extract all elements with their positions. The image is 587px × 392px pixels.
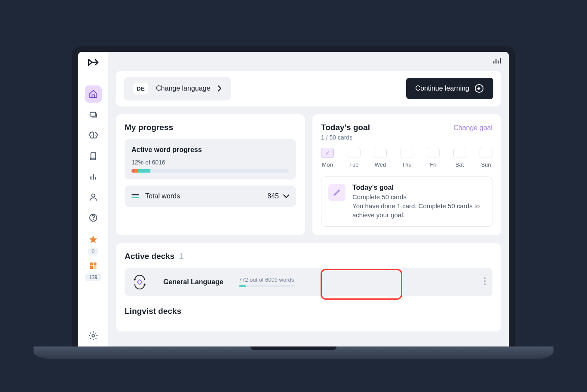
continue-learning-button[interactable]: Continue learning — [406, 78, 493, 99]
goal-header: Today's goal Change goal — [321, 123, 492, 132]
total-words-label: Total words — [145, 192, 180, 200]
nav-brain[interactable] — [85, 127, 102, 144]
day-mon: Mon — [321, 148, 334, 168]
star-count-badge: 0 — [88, 248, 98, 255]
svg-rect-10 — [93, 266, 96, 269]
laptop-frame: 0 139 DE Change language — [72, 46, 515, 346]
progress-segment-orange — [135, 169, 138, 173]
goal-subtitle: 1 / 50 cards — [321, 134, 492, 141]
stats-icon[interactable] — [492, 56, 501, 67]
svg-point-11 — [92, 334, 95, 337]
deck-progress-text: 772 out of 6009 words — [239, 277, 295, 283]
topbar — [108, 52, 509, 71]
svg-point-19 — [484, 283, 486, 285]
active-decks-title: Active decks 1 — [125, 252, 492, 261]
chevron-right-icon — [218, 85, 221, 91]
day-box-thu[interactable] — [401, 148, 413, 158]
deck-row-general[interactable]: General Language 772 out of 6009 words — [125, 268, 492, 296]
progress-card: My progress Active word progress 12% of … — [116, 114, 305, 235]
day-box-sat[interactable] — [453, 148, 466, 158]
active-progress-bar — [131, 169, 289, 173]
day-sun: Sun — [480, 148, 492, 168]
logo[interactable] — [88, 58, 99, 68]
deck-progress-bar — [239, 285, 295, 287]
stack-icon — [131, 194, 139, 198]
nav-help[interactable] — [85, 209, 102, 226]
progress-segment-red — [131, 169, 135, 173]
svg-point-17 — [484, 277, 486, 279]
deck-menu-icon[interactable] — [484, 277, 486, 287]
nav-cards[interactable] — [85, 106, 102, 123]
goal-card: Today's goal Change goal 1 / 50 cards Mo… — [312, 114, 501, 235]
day-wed: Wed — [374, 148, 387, 168]
language-selector[interactable]: DE Change language — [124, 77, 231, 100]
active-progress-title: Active word progress — [131, 146, 289, 154]
week-row: Mon Tue Wed Thu Fri Sat Sun — [321, 148, 492, 168]
pencil-icon — [325, 151, 330, 155]
header-card: DE Change language Continue learning — [116, 71, 501, 106]
svg-rect-0 — [90, 112, 95, 116]
nav-home[interactable] — [85, 85, 102, 103]
day-box-mon[interactable] — [321, 148, 334, 158]
day-box-wed[interactable] — [374, 148, 387, 158]
continue-button-label: Continue learning — [416, 85, 469, 92]
day-thu: Thu — [401, 148, 413, 168]
svg-point-18 — [484, 280, 486, 282]
grid-icon[interactable] — [89, 261, 98, 272]
active-word-progress-box: Active word progress 12% of 6016 — [125, 139, 296, 179]
day-box-sun[interactable] — [480, 148, 492, 158]
active-decks-card: Active decks 1 General Language — [116, 243, 501, 331]
app-screen: 0 139 DE Change language — [78, 52, 509, 346]
active-progress-subtitle: 12% of 6016 — [131, 159, 289, 166]
day-box-fri[interactable] — [427, 148, 440, 158]
deck-name: General Language — [163, 278, 223, 286]
nav-stats[interactable] — [85, 168, 102, 185]
progress-title: My progress — [125, 123, 296, 132]
star-icon[interactable] — [89, 235, 98, 246]
day-tue: Tue — [348, 148, 361, 168]
goal-pencil-icon — [328, 184, 345, 201]
svg-point-4 — [92, 194, 95, 197]
svg-rect-7 — [90, 262, 93, 265]
content-area: DE Change language Continue learning My … — [108, 71, 509, 339]
goal-detail-body: You have done 1 card. Complete 50 cards … — [352, 201, 485, 219]
goal-detail-title: Today's goal — [352, 184, 485, 191]
svg-point-6 — [93, 219, 93, 220]
arrow-circle-icon — [474, 84, 484, 93]
two-column-row: My progress Active word progress 12% of … — [116, 114, 501, 235]
svg-rect-9 — [90, 266, 93, 269]
active-decks-count: 1 — [179, 252, 183, 261]
deck-progress-area: 772 out of 6009 words — [239, 277, 295, 287]
lingvist-decks-title: Lingvist decks — [125, 307, 492, 316]
nav-book[interactable] — [85, 147, 102, 164]
sidebar-stats: 0 139 — [85, 235, 101, 287]
day-fri: Fri — [427, 148, 440, 168]
change-language-label: Change language — [156, 85, 210, 92]
nav-settings[interactable] — [89, 327, 98, 346]
goal-detail-box: Today's goal Complete 50 cards You have … — [321, 176, 492, 227]
day-sat: Sat — [453, 148, 466, 168]
total-words-value: 845 — [267, 192, 279, 200]
goal-title: Today's goal — [321, 123, 370, 132]
goal-detail-subtitle: Complete 50 cards — [352, 193, 485, 201]
main-content: DE Change language Continue learning My … — [108, 52, 509, 346]
nav-profile[interactable] — [85, 188, 102, 206]
svg-rect-8 — [93, 262, 96, 265]
laptop-notch — [251, 346, 336, 350]
chevron-down-icon — [283, 194, 289, 198]
sidebar: 0 139 — [78, 52, 108, 346]
deck-icon — [131, 274, 148, 290]
lingvist-decks-section: Lingvist decks — [125, 307, 492, 316]
total-words-row[interactable]: Total words 845 — [125, 185, 296, 207]
progress-segment-teal — [138, 169, 150, 173]
change-goal-link[interactable]: Change goal — [453, 124, 492, 132]
grid-count-badge: 139 — [85, 273, 101, 281]
day-box-tue[interactable] — [348, 148, 361, 158]
language-flag: DE — [133, 83, 148, 94]
